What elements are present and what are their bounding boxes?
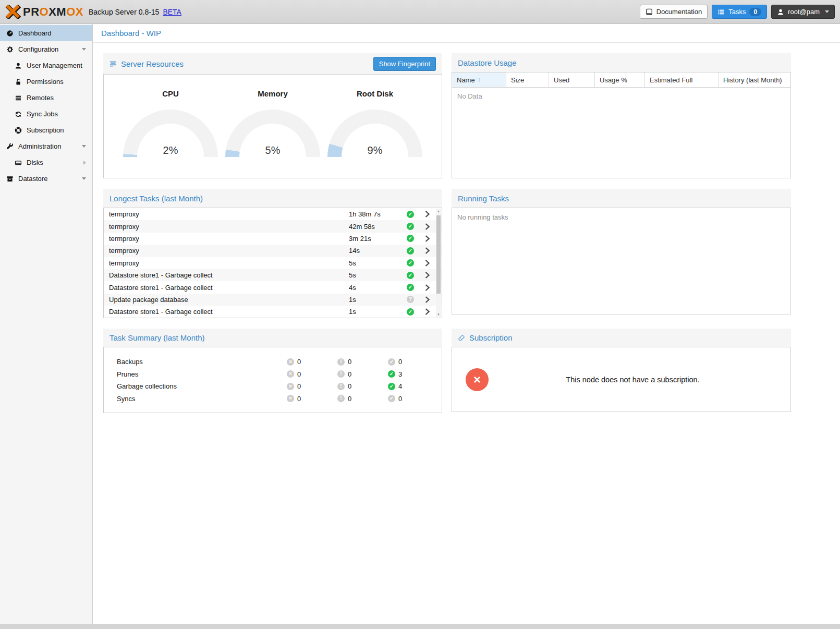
running-tasks-empty-text: No running tasks (452, 208, 791, 314)
panel-title: Longest Tasks (last Month) (109, 194, 203, 203)
error-count-icon: × (287, 395, 294, 402)
sidebar-item-dashboard[interactable]: Dashboard (0, 25, 92, 41)
task-row[interactable]: termproxy 3m 21s ✓ (104, 233, 442, 245)
column-header-history[interactable]: History (last Month) (719, 72, 790, 87)
server-resources-panel: Server Resources Show Fingerprint CPU 2%… (103, 53, 442, 178)
sidebar: Dashboard Configuration User Management … (0, 24, 93, 624)
sidebar-item-sync-jobs[interactable]: Sync Jobs (0, 106, 92, 122)
sidebar-item-configuration[interactable]: Configuration (0, 41, 92, 57)
summary-row-backups: Backups ×0 !0 ✓0 (104, 356, 442, 368)
memory-gauge: Memory 5% (225, 83, 320, 178)
scroll-up-icon[interactable]: ▲ (436, 210, 441, 213)
task-summary-panel: Task Summary (last Month) Backups ×0 !0 … (103, 329, 442, 413)
cpu-gauge: CPU 2% (123, 83, 218, 178)
top-bar: PROXMOX Backup Server 0.8-15 BETA Docume… (0, 0, 840, 24)
task-row[interactable]: Datastore store1 - Garbage collect 1s ✓ (104, 306, 442, 318)
sidebar-item-label: Administration (18, 142, 61, 150)
task-row[interactable]: Datastore store1 - Garbage collect 5s ✓ (104, 269, 442, 281)
sidebar-item-label: Remotes (27, 94, 54, 102)
sidebar-item-user-management[interactable]: User Management (0, 57, 92, 74)
archive-icon (6, 175, 14, 183)
chevron-right-icon[interactable] (425, 260, 430, 267)
panel-title: Subscription (469, 333, 513, 342)
column-header-name[interactable]: Name↑ (452, 72, 506, 87)
summary-row-syncs: Syncs ×0 !0 ✓0 (104, 393, 442, 405)
user-icon (15, 62, 22, 69)
sidebar-item-label: Subscription (27, 126, 64, 134)
server-resources-icon (109, 60, 117, 67)
hdd-icon (15, 159, 22, 166)
sidebar-item-datastore[interactable]: Datastore (0, 171, 92, 187)
task-ok-icon: ✓ (407, 223, 414, 230)
column-header-usage-pct[interactable]: Usage % (595, 72, 645, 87)
task-ok-icon: ✓ (407, 284, 414, 291)
expand-arrow-icon[interactable] (83, 161, 86, 165)
chevron-right-icon[interactable] (425, 272, 430, 279)
chevron-right-icon[interactable] (425, 247, 430, 254)
column-header-size[interactable]: Size (506, 72, 549, 87)
error-count-icon: × (287, 358, 294, 366)
scrollbar-thumb[interactable] (436, 215, 441, 294)
gears-icon (6, 46, 14, 53)
scrollbar[interactable]: ▲ ▼ (436, 209, 441, 317)
gauge-value: 2% (123, 144, 218, 156)
page-header: Dashboard - WIP (93, 24, 840, 43)
sidebar-item-label: Permissions (27, 78, 64, 86)
sidebar-item-remotes[interactable]: Remotes (0, 90, 92, 106)
warning-count-icon: ! (337, 383, 345, 390)
show-fingerprint-button[interactable]: Show Fingerprint (373, 57, 436, 71)
task-ok-icon: ✓ (407, 247, 414, 255)
column-header-used[interactable]: Used (549, 72, 595, 87)
task-row[interactable]: Datastore store1 - Garbage collect 4s ✓ (104, 281, 442, 293)
warning-count-icon: ! (337, 395, 345, 402)
gauge-value: 9% (327, 144, 422, 156)
proxmox-x-icon (5, 5, 21, 19)
panel-title: Task Summary (last Month) (109, 333, 205, 342)
task-row[interactable]: termproxy 5s ✓ (104, 257, 442, 269)
chevron-right-icon[interactable] (425, 284, 430, 291)
warning-count-icon: ! (337, 370, 345, 378)
sidebar-item-disks[interactable]: Disks (0, 154, 92, 171)
user-icon (777, 8, 784, 16)
task-unknown-icon: ? (407, 296, 414, 303)
column-header-estimated-full[interactable]: Estimated Full (645, 72, 719, 87)
chevron-right-icon[interactable] (425, 296, 430, 303)
ok-count-icon: ✓ (388, 395, 395, 402)
sidebar-item-administration[interactable]: Administration (0, 138, 92, 154)
sidebar-item-permissions[interactable]: Permissions (0, 74, 92, 90)
sidebar-item-label: Disks (27, 159, 43, 166)
chevron-right-icon[interactable] (425, 211, 430, 217)
book-icon (646, 8, 653, 16)
gauge-value: 5% (225, 144, 320, 156)
tasks-button[interactable]: Tasks 0 (712, 5, 767, 19)
task-row[interactable]: Update package database 1s ? (104, 294, 442, 306)
list-icon (15, 94, 22, 102)
user-label: root@pam (788, 8, 820, 16)
sidebar-item-label: User Management (27, 62, 82, 69)
task-row[interactable]: termproxy 42m 58s ✓ (104, 220, 442, 232)
task-row[interactable]: termproxy 1h 38m 7s ✓ (104, 208, 442, 220)
scroll-down-icon[interactable]: ▼ (436, 313, 441, 316)
collapse-arrow-icon[interactable] (82, 48, 86, 51)
collapse-arrow-icon[interactable] (82, 177, 86, 180)
panel-title: Running Tasks (458, 194, 509, 203)
page-title: Dashboard - WIP (101, 29, 161, 38)
collapse-arrow-icon[interactable] (82, 145, 86, 148)
tasks-count-badge: 0 (749, 8, 761, 16)
user-menu-button[interactable]: root@pam (771, 5, 835, 19)
documentation-button[interactable]: Documentation (640, 5, 708, 19)
beta-link[interactable]: BETA (163, 8, 181, 16)
task-row[interactable]: termproxy 14s ✓ (104, 245, 442, 257)
chevron-right-icon[interactable] (425, 235, 430, 242)
chevron-right-icon[interactable] (425, 223, 430, 230)
ok-count-icon: ✓ (388, 358, 395, 366)
wrench-icon (6, 143, 14, 150)
chevron-right-icon[interactable] (425, 308, 430, 315)
tachometer-icon (6, 30, 14, 37)
main-area: Dashboard - WIP Server Resources Show Fi… (93, 24, 840, 624)
sidebar-item-label: Configuration (18, 45, 58, 53)
summary-row-garbage-collections: Garbage collections ×0 !0 ✓4 (104, 380, 442, 393)
ok-count-icon: ✓ (388, 370, 395, 378)
sidebar-item-subscription[interactable]: Subscription (0, 122, 92, 138)
lifering-icon (15, 127, 22, 134)
